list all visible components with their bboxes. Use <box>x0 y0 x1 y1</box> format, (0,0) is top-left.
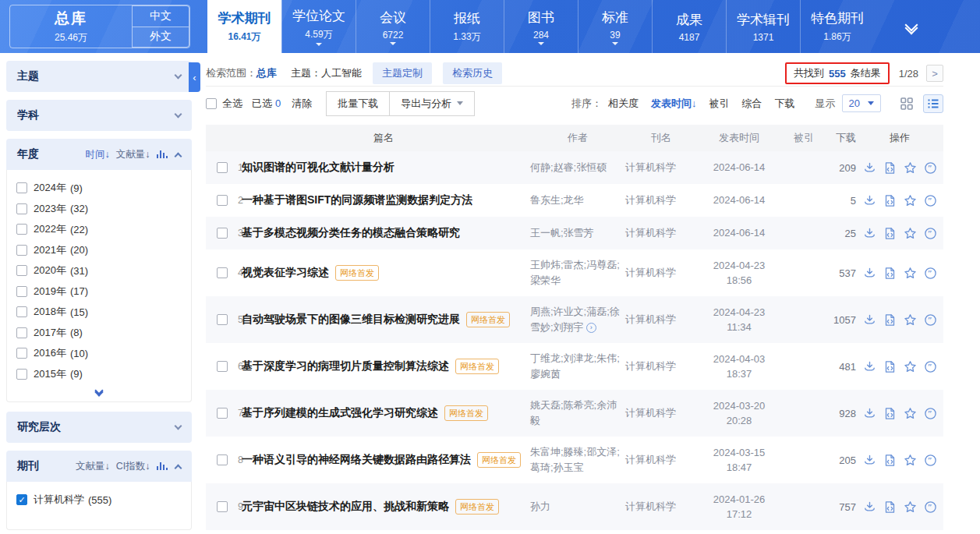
sort-cited[interactable]: 被引 <box>709 97 730 111</box>
quote-icon[interactable]: ” <box>924 407 937 420</box>
row-checkbox[interactable] <box>217 408 228 419</box>
quote-icon[interactable]: ” <box>924 267 937 280</box>
lang-tab-chinese[interactable]: 中文 <box>132 5 189 27</box>
row-checkbox[interactable] <box>217 195 228 206</box>
expand-authors-icon[interactable]: › <box>586 323 596 333</box>
favorite-icon[interactable] <box>904 267 917 280</box>
quote-icon[interactable]: ” <box>924 194 937 207</box>
favorite-icon[interactable] <box>904 227 917 240</box>
bar-chart-icon[interactable] <box>157 150 168 158</box>
quote-icon[interactable]: ” <box>924 161 937 175</box>
journal-name-link[interactable]: 计算机科学 <box>625 313 697 327</box>
tab-newspapers[interactable]: 报纸 1.33万 <box>430 0 504 53</box>
tab-conferences[interactable]: 会议 6722 <box>356 0 430 53</box>
checkbox[interactable] <box>16 369 27 380</box>
year-filter-2021[interactable]: 2021年 (20) <box>16 240 182 261</box>
row-checkbox[interactable] <box>217 314 228 325</box>
authors-cell[interactable]: 何静;赵睿;张恒硕› <box>530 160 625 175</box>
article-title-link[interactable]: 一种语义引导的神经网络关键数据路由路径算法 <box>242 453 471 467</box>
download-icon[interactable] <box>863 227 876 240</box>
year-filter-2024[interactable]: 2024年 (9) <box>16 178 182 199</box>
download-icon[interactable] <box>863 313 876 327</box>
download-icon[interactable] <box>863 407 876 420</box>
row-checkbox[interactable] <box>217 267 228 278</box>
favorite-icon[interactable] <box>904 360 917 373</box>
html-read-icon[interactable] <box>883 313 897 327</box>
quote-icon[interactable]: ” <box>924 360 937 373</box>
scope-value[interactable]: 总库 <box>256 66 277 80</box>
article-title-link[interactable]: 基于多模态视频分类任务的模态融合策略研究 <box>242 226 460 240</box>
authors-cell[interactable]: 周燕;许业文;蒲磊;徐雪妙;刘翔宇› <box>530 304 625 335</box>
quote-icon[interactable]: ” <box>924 454 937 467</box>
article-title-link[interactable]: 一种基于谱图SIFT的同源频谱监测数据判定方法 <box>242 193 472 207</box>
favorite-icon[interactable] <box>904 161 917 175</box>
html-read-icon[interactable] <box>883 500 897 514</box>
double-chevron-down-icon[interactable] <box>16 384 182 397</box>
html-read-icon[interactable] <box>883 161 897 175</box>
journal-name-link[interactable]: 计算机科学 <box>625 406 697 420</box>
collapse-left-icon[interactable]: ‹ <box>189 62 200 92</box>
year-filter-2017[interactable]: 2017年 (8) <box>16 323 182 344</box>
download-icon[interactable] <box>863 360 876 373</box>
double-chevron-down-icon[interactable] <box>907 20 916 33</box>
year-filter-2022[interactable]: 2022年 (22) <box>16 219 182 240</box>
clear-button[interactable]: 清除 <box>292 97 312 111</box>
authors-cell[interactable]: 鲁东生;龙华› <box>530 193 625 208</box>
article-title-link[interactable]: 视觉表征学习综述 <box>242 266 329 280</box>
select-all-checkbox[interactable] <box>206 98 217 109</box>
filter-section-subject[interactable]: 学科 <box>6 100 192 131</box>
journal-name-link[interactable]: 计算机科学 <box>625 359 697 373</box>
tab-dissertations[interactable]: 学位论文 4.59万 <box>281 0 356 53</box>
checkbox[interactable] <box>16 348 27 359</box>
checkbox[interactable] <box>16 224 27 235</box>
bar-chart-icon[interactable] <box>157 462 168 470</box>
quote-icon[interactable]: ” <box>924 227 937 240</box>
tab-academic-journals[interactable]: 学术期刊 16.41万 <box>207 0 281 53</box>
year-filter-2023[interactable]: 2023年 (32) <box>16 199 182 220</box>
tab-academic-series[interactable]: 学术辑刊 1371 <box>726 0 800 53</box>
download-icon[interactable] <box>863 194 876 207</box>
favorite-icon[interactable] <box>904 500 917 514</box>
lang-tab-foreign[interactable]: 外文 <box>132 27 189 48</box>
sort-publish-time[interactable]: 发表时间↓ <box>651 97 697 111</box>
html-read-icon[interactable] <box>883 360 897 373</box>
checkbox-checked[interactable]: ✓ <box>16 494 27 505</box>
article-title-link[interactable]: 元宇宙中区块链技术的应用、挑战和新策略 <box>242 500 449 514</box>
filter-section-topic[interactable]: 主题 <box>6 61 192 92</box>
next-page-button[interactable]: > <box>926 65 943 82</box>
chevron-up-icon[interactable] <box>175 464 182 472</box>
download-icon[interactable] <box>863 267 876 280</box>
favorite-icon[interactable] <box>904 194 917 207</box>
filter-section-research-level[interactable]: 研究层次 <box>6 412 192 443</box>
sort-comprehensive[interactable]: 综合 <box>742 97 762 111</box>
html-read-icon[interactable] <box>883 267 897 280</box>
article-title-link[interactable]: 自动驾驶场景下的图像三维目标检测研究进展 <box>242 313 460 327</box>
journal-sort-ci[interactable]: CI指数↓ <box>116 460 150 473</box>
year-sort-count[interactable]: 文献量↓ <box>116 148 150 161</box>
year-filter-2020[interactable]: 2020年 (31) <box>16 260 182 281</box>
checkbox[interactable] <box>16 245 27 256</box>
checkbox[interactable] <box>16 203 27 214</box>
library-main[interactable]: 总库 25.46万 <box>10 5 132 48</box>
quote-icon[interactable]: ” <box>924 313 937 327</box>
topic-custom-button[interactable]: 主题定制 <box>373 62 432 84</box>
journal-name-link[interactable]: 计算机科学 <box>625 266 697 280</box>
authors-cell[interactable]: 王一帆;张雪芳› <box>530 225 625 241</box>
html-read-icon[interactable] <box>883 194 897 207</box>
chevron-up-icon[interactable] <box>175 152 182 160</box>
row-checkbox[interactable] <box>217 501 228 512</box>
authors-cell[interactable]: 王帅炜;雷杰;冯尊磊;梁荣华› <box>530 257 625 288</box>
authors-cell[interactable]: 丁维龙;刘津龙;朱伟;廖婉茵› <box>530 351 625 382</box>
authors-cell[interactable]: 朱富坤;滕臻;邵文泽;葛琦;孙玉宝› <box>530 444 625 476</box>
row-checkbox[interactable] <box>217 361 228 372</box>
download-icon[interactable] <box>863 161 876 175</box>
batch-download-button[interactable]: 批量下载 <box>326 91 390 116</box>
authors-cell[interactable]: 孙力› <box>530 499 625 515</box>
search-history-button[interactable]: 检索历史 <box>443 62 502 84</box>
favorite-icon[interactable] <box>904 313 917 327</box>
list-view-icon[interactable] <box>923 94 943 113</box>
select-all-label[interactable]: 全选 <box>222 97 242 111</box>
year-filter-2019[interactable]: 2019年 (17) <box>16 281 182 302</box>
journal-name-link[interactable]: 计算机科学 <box>625 226 697 240</box>
checkbox[interactable] <box>16 182 27 193</box>
